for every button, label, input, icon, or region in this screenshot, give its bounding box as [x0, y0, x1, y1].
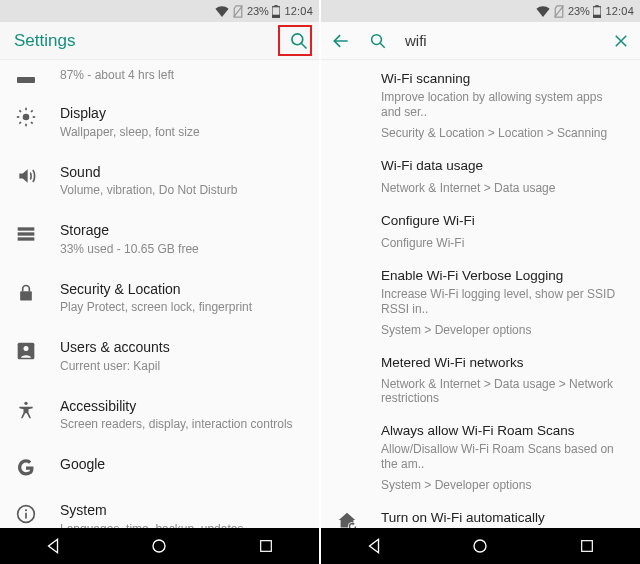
row-breadcrumb: System > Developer options — [381, 323, 622, 337]
svg-point-25 — [153, 540, 165, 552]
row-subtitle: Allow/Disallow Wi-Fi Roam Scans based on… — [381, 442, 622, 472]
search-input[interactable]: wifi — [405, 32, 594, 49]
svg-line-32 — [380, 43, 385, 48]
svg-rect-30 — [593, 14, 601, 17]
svg-line-12 — [31, 122, 33, 124]
search-results[interactable]: Wi-Fi scanning Improve location by allow… — [321, 60, 640, 528]
row-subtitle: 87% - about 4 hrs left — [60, 68, 305, 83]
row-title: Wi-Fi data usage — [381, 158, 622, 175]
svg-rect-16 — [18, 232, 35, 235]
page-title: Settings — [14, 31, 287, 51]
search-icon — [369, 32, 387, 50]
no-sim-icon — [554, 5, 564, 18]
battery-status-icon — [272, 5, 280, 18]
settings-row-battery[interactable]: 87% - about 4 hrs left — [0, 60, 319, 93]
row-subtitle: 33% used - 10.65 GB free — [60, 242, 305, 257]
row-subtitle: Play Protect, screen lock, fingerprint — [60, 300, 305, 315]
navigation-bar — [0, 528, 319, 564]
row-breadcrumb: Configure Wi-Fi — [381, 236, 622, 250]
row-breadcrumb: Network & Internet > Data usage > Networ… — [381, 377, 622, 405]
nav-recents-button[interactable] — [236, 528, 296, 564]
status-time: 12:04 — [284, 5, 313, 17]
row-breadcrumb: System > Developer options — [381, 478, 622, 492]
arrow-back-icon — [331, 31, 351, 51]
search-back-button[interactable] — [331, 31, 351, 51]
brightness-icon — [16, 107, 36, 127]
row-subtitle: Improve location by allowing system apps… — [381, 90, 622, 120]
row-breadcrumb: Security & Location > Location > Scannin… — [381, 126, 622, 140]
search-result-verbose-logging[interactable]: Enable Wi-Fi Verbose Logging Increase Wi… — [321, 259, 640, 346]
nav-home-button[interactable] — [450, 528, 510, 564]
search-appbar: wifi — [321, 22, 640, 60]
row-subtitle: Screen readers, display, interaction con… — [60, 417, 305, 432]
nav-back-button[interactable] — [23, 528, 83, 564]
settings-row-users[interactable]: Users & accountsCurrent user: Kapil — [0, 327, 319, 386]
svg-point-23 — [25, 509, 27, 511]
search-result-metered-networks[interactable]: Metered Wi-Fi networks Network & Interne… — [321, 346, 640, 415]
settings-row-security[interactable]: Security & LocationPlay Protect, screen … — [0, 269, 319, 328]
row-title: Metered Wi-Fi networks — [381, 355, 622, 372]
row-title: Storage — [60, 222, 305, 240]
svg-point-4 — [292, 33, 303, 44]
row-title: Display — [60, 105, 305, 123]
lock-icon — [16, 283, 36, 303]
navigation-bar — [321, 528, 640, 564]
row-title: Always allow Wi-Fi Roam Scans — [381, 423, 622, 440]
wifi-status-icon — [215, 6, 229, 17]
search-button[interactable] — [287, 29, 311, 53]
svg-point-6 — [23, 114, 30, 121]
svg-rect-35 — [581, 541, 592, 552]
svg-rect-26 — [260, 541, 271, 552]
row-title: Wi-Fi scanning — [381, 71, 622, 88]
svg-rect-15 — [18, 227, 35, 230]
settings-appbar: Settings — [0, 22, 319, 60]
row-subtitle: Wallpaper, sleep, font size — [60, 125, 305, 140]
nav-recents-button[interactable] — [557, 528, 617, 564]
svg-line-14 — [31, 110, 33, 112]
close-icon — [612, 32, 630, 50]
google-icon — [16, 458, 36, 478]
settings-row-system[interactable]: SystemLanguages, time, backup, updates — [0, 490, 319, 528]
search-pane: 23% 12:04 wifi Wi-Fi scanning Improve lo… — [321, 0, 640, 564]
no-sim-icon — [233, 5, 243, 18]
search-result-wifi-scanning[interactable]: Wi-Fi scanning Improve location by allow… — [321, 62, 640, 149]
clear-search-button[interactable] — [612, 32, 630, 50]
row-subtitle: Current user: Kapil — [60, 359, 305, 374]
row-title: Configure Wi-Fi — [381, 213, 622, 230]
account-icon — [16, 341, 36, 361]
battery-icon — [17, 77, 35, 83]
settings-row-storage[interactable]: Storage33% used - 10.65 GB free — [0, 210, 319, 269]
row-title: System — [60, 502, 305, 520]
accessibility-icon — [16, 400, 36, 420]
row-subtitle: Increase Wi-Fi logging level, show per S… — [381, 287, 622, 317]
nav-back-button[interactable] — [344, 528, 404, 564]
settings-pane: 23% 12:04 Settings 87% - about 4 hrs lef… — [0, 0, 319, 564]
settings-list[interactable]: 87% - about 4 hrs left DisplayWallpaper,… — [0, 60, 319, 528]
row-subtitle: Volume, vibration, Do Not Disturb — [60, 183, 305, 198]
row-title: Sound — [60, 164, 305, 182]
settings-row-sound[interactable]: SoundVolume, vibration, Do Not Disturb — [0, 152, 319, 211]
svg-line-5 — [302, 43, 307, 48]
search-result-roam-scans[interactable]: Always allow Wi-Fi Roam Scans Allow/Disa… — [321, 414, 640, 501]
search-result-auto-wifi[interactable]: Turn on Wi-Fi automatically Wi-Fi will t… — [321, 501, 640, 528]
svg-rect-18 — [20, 291, 32, 300]
svg-point-20 — [24, 346, 29, 351]
settings-row-google[interactable]: Google — [0, 444, 319, 490]
search-result-configure-wifi[interactable]: Configure Wi-Fi Configure Wi-Fi — [321, 204, 640, 259]
settings-row-display[interactable]: DisplayWallpaper, sleep, font size — [0, 93, 319, 152]
settings-row-accessibility[interactable]: AccessibilityScreen readers, display, in… — [0, 386, 319, 445]
row-title: Users & accounts — [60, 339, 305, 357]
row-title: Accessibility — [60, 398, 305, 416]
search-result-wifi-data-usage[interactable]: Wi-Fi data usage Network & Internet > Da… — [321, 149, 640, 204]
svg-point-31 — [372, 34, 382, 44]
svg-line-13 — [19, 122, 21, 124]
row-title: Security & Location — [60, 281, 305, 299]
svg-rect-24 — [25, 513, 27, 519]
battery-pct: 23% — [568, 5, 589, 17]
row-title: Turn on Wi-Fi automatically — [381, 510, 622, 527]
status-bar: 23% 12:04 — [321, 0, 640, 22]
home-sync-icon — [336, 510, 358, 528]
wifi-status-icon — [536, 6, 550, 17]
info-icon — [16, 504, 36, 524]
nav-home-button[interactable] — [129, 528, 189, 564]
